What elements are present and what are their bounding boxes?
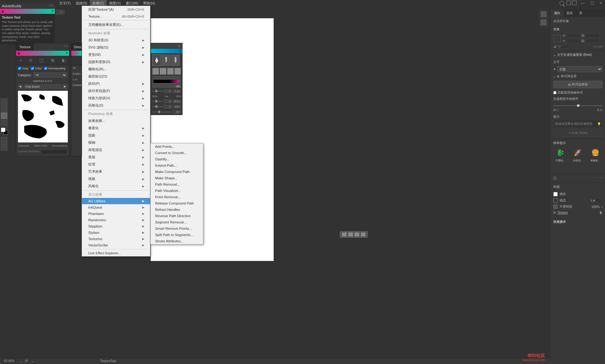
workspace-switcher[interactable] [567, 1, 577, 5]
tool-button[interactable] [1, 106, 7, 112]
ag-make-shape-[interactable]: Make Shape... [151, 175, 203, 181]
fx-item[interactable]: 画笔描边▶ [82, 146, 150, 153]
fx-item[interactable]: 变形(W)▶ [82, 51, 150, 58]
help-icon[interactable]: ? [66, 51, 68, 55]
plugin-vectorscribe[interactable]: VectorScribe▶ [82, 242, 150, 248]
ag-stroke-attributes-[interactable]: Stroke Attributes... [151, 238, 203, 244]
tool-button[interactable] [1, 113, 7, 119]
ag-release-compound-path[interactable]: Release Compound Path [151, 200, 203, 206]
menu-window[interactable]: 窗口(W) [123, 0, 141, 6]
sliders-icon[interactable]: ⎚ [29, 58, 32, 63]
texture-preview[interactable] [18, 91, 68, 142]
minimize-button[interactable]: — [579, 0, 587, 6]
plugin-stylism[interactable]: Stylism▶ [82, 229, 150, 236]
panel-menu-icon[interactable]: ≡ [178, 44, 180, 48]
stroke-swatch[interactable] [553, 198, 558, 203]
fx-item[interactable]: 路径(P)▶ [82, 80, 150, 87]
view-mode-toggle[interactable] [340, 231, 368, 238]
size-slider[interactable]: S5 px [151, 89, 182, 94]
sample-prompt[interactable]: 🚀色彩缤... [573, 147, 583, 162]
info-icon[interactable]: ⓘ [553, 176, 557, 181]
swatch[interactable] [160, 68, 166, 75]
fx-item[interactable]: 素描▶ [82, 153, 150, 161]
fx-item[interactable]: 效果画廊... [82, 117, 150, 124]
texture-effect-link[interactable]: Texture [557, 211, 568, 214]
pct-slider[interactable]: S30% [151, 104, 182, 109]
rotation[interactable]: 0° [25, 359, 28, 363]
close-tab-icon[interactable]: × [60, 10, 62, 14]
brush-tool-icon[interactable] [162, 55, 171, 66]
detail-slider[interactable]: 最小复杂 [553, 102, 602, 113]
opacity-swatch[interactable] [553, 205, 558, 209]
current-textures-field[interactable] [41, 150, 67, 154]
next-texture-button[interactable]: ▶ [63, 84, 67, 89]
tab-properties[interactable]: 属性 [551, 9, 563, 17]
fx-item[interactable]: 3D 和材质(3)▶ [82, 37, 150, 44]
apply-icon[interactable]: ◐ [62, 58, 66, 63]
swatch[interactable] [167, 68, 174, 75]
h-input[interactable] [586, 39, 600, 43]
brush2-tool-icon[interactable] [171, 55, 180, 66]
nonrepeating-checkbox[interactable]: Nonrepeating [44, 67, 65, 70]
style-settings[interactable]: ⌄ ⚙样式和设置 [553, 73, 602, 79]
ag-make-compound-path[interactable]: Make Compound Path [151, 169, 203, 175]
tool-button[interactable] [1, 99, 7, 105]
pt-slider[interactable]: S30 pt [151, 99, 182, 104]
live-effect-explorer[interactable]: Live Effect Explorer... [82, 250, 150, 256]
tool-button[interactable] [1, 119, 7, 126]
theme-select[interactable]: 主题 [557, 66, 602, 72]
style-picker-button[interactable]: ⊞样式选择器 [553, 81, 602, 88]
tab-layers[interactable]: 图层 [563, 9, 576, 17]
pen-tool-icon[interactable] [152, 55, 161, 66]
fx-item[interactable]: 艺术效果▶ [82, 168, 150, 175]
close-button[interactable]: × [598, 0, 604, 6]
add-icon[interactable]: + [20, 58, 22, 63]
zoom-level[interactable]: 93.45% [2, 359, 16, 363]
stroke-width-input[interactable] [590, 198, 602, 203]
help-icon[interactable]: ? [179, 49, 181, 53]
doc-raster-settings[interactable]: 文档栅格效果设置(E)... [82, 21, 150, 28]
help-icon[interactable]: ? [51, 9, 54, 13]
fx-item[interactable]: SVG 滤镜(G)▶ [82, 44, 150, 51]
menu-text[interactable]: 文字(T) [57, 0, 73, 6]
plugin-ag-utilities[interactable]: AG Utilities▶ [82, 198, 150, 204]
color-checkbox[interactable]: Color [31, 67, 42, 70]
fx-item[interactable]: 视频▶ [82, 175, 150, 182]
fx-item[interactable]: 风格化(S)▶ [82, 102, 150, 109]
w-input[interactable] [586, 33, 600, 38]
tool-button[interactable] [1, 144, 7, 150]
swatch[interactable] [152, 68, 159, 75]
more-icon[interactable]: ⋯ [599, 176, 602, 181]
ag-extend-path-[interactable]: Extend Path... [151, 162, 203, 169]
panel-icon[interactable] [541, 11, 546, 17]
plugin-phantasm[interactable]: Phantasm▶ [82, 211, 150, 217]
angle-input[interactable] [558, 45, 569, 49]
y-input[interactable] [567, 39, 580, 43]
apply-texture[interactable]: 应用"Texture"(A)Shift+Ctrl+E [82, 6, 150, 13]
chevron-icon[interactable]: › [602, 205, 602, 209]
ag-reverse-path-direction[interactable]: Reverse Path Direction [151, 213, 203, 219]
folder-icon[interactable]: ▢ [39, 58, 44, 63]
match-artboard-checkbox[interactable]: 匹配现用画板样式 [553, 90, 602, 96]
reference-point[interactable] [553, 35, 561, 42]
sample-prompt[interactable]: 🍔鲜嫩多... [590, 147, 601, 162]
panel-options-icon[interactable]: « ≡ [62, 43, 69, 51]
fx-item[interactable]: 风格化▶ [82, 182, 150, 190]
menu-view[interactable]: 视图(V) [107, 0, 123, 6]
ag-retract-handles[interactable]: Retract Handles [151, 206, 203, 213]
fx-item[interactable]: 扭曲和变换(D)▶ [82, 58, 150, 66]
ag-path-visualizer-[interactable]: Path Visualizer... [151, 188, 203, 194]
color-picker[interactable] [1, 128, 8, 135]
direct-tab[interactable]: Direc [71, 43, 82, 51]
menu-help[interactable]: 帮助(H) [141, 0, 157, 6]
swatch[interactable] [174, 68, 181, 75]
flip-icons[interactable]: ▷◁ ⎋ [594, 44, 602, 49]
plugin-texturino[interactable]: Texturino▶ [82, 236, 150, 242]
prompt-input[interactable]: 请描述您要生成的矢量图形💡 [553, 120, 602, 128]
fx-item[interactable]: 扭曲▶ [82, 132, 150, 139]
menu-select[interactable]: 选择(S) [73, 0, 90, 6]
fx-item[interactable]: 栅格化(R)... [82, 66, 150, 73]
ag-split-path-to-segments-[interactable]: Split Path to Segments... [151, 232, 203, 238]
ag-dashify-[interactable]: Dashify... [151, 156, 203, 162]
fx-item[interactable]: 模糊▶ [82, 139, 150, 146]
